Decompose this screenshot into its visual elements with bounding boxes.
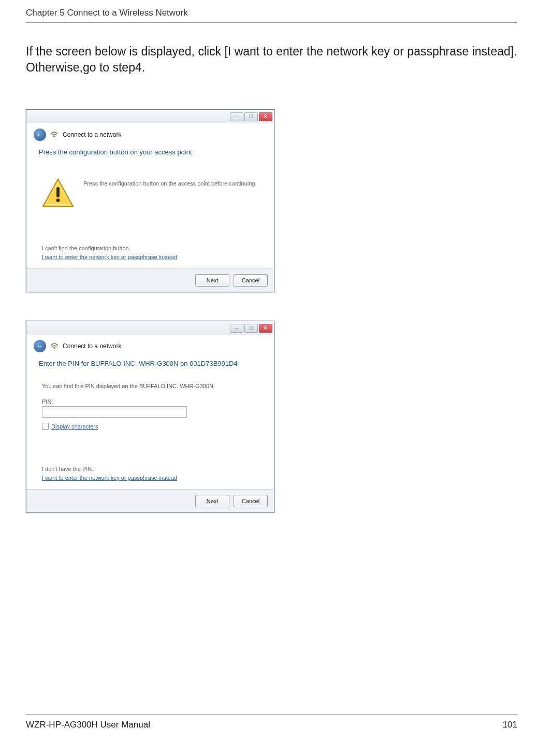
header-divider: Chapter 5 Connect to a Wireless Network [26, 8, 517, 23]
help-block: I don't have the PIN. I want to enter th… [26, 466, 274, 489]
display-characters-row: Display characters [42, 423, 258, 430]
back-button[interactable]: ← [34, 129, 46, 141]
warning-text: Press the configuration button on the ac… [83, 178, 257, 188]
dialog-enter-pin: ─ ☐ ✕ ← Connect to a network Enter the P… [26, 321, 274, 513]
enter-key-link[interactable]: I want to enter the network key or passp… [42, 475, 177, 481]
help-block: I can't find the configuration button. I… [26, 245, 274, 268]
pin-instruction: You can find this PIN displayed on the B… [42, 383, 258, 389]
page-number: 101 [503, 720, 517, 730]
dialog-wps-button: ─ ☐ ✕ ← Connect to a network Press the c… [26, 109, 274, 292]
arrow-left-icon: ← [36, 131, 43, 139]
dialog-nav: ← Connect to a network [26, 123, 274, 144]
network-icon [50, 131, 59, 139]
dialog-heading: Enter the PIN for BUFFALO INC. WHR-G300N… [26, 355, 274, 374]
dialog-footer: Next Cancel [26, 489, 274, 512]
dialog-nav: ← Connect to a network [26, 335, 274, 355]
next-button[interactable]: Next [195, 274, 229, 287]
titlebar: ─ ☐ ✕ [26, 110, 274, 123]
help-text: I can't find the configuration button. [42, 245, 258, 251]
arrow-left-icon: ← [36, 342, 43, 350]
pin-input[interactable] [42, 406, 187, 418]
warning-icon [42, 178, 74, 208]
back-button[interactable]: ← [34, 340, 46, 352]
minimize-button[interactable]: ─ [230, 112, 243, 121]
maximize-button[interactable]: ☐ [244, 324, 258, 333]
close-button[interactable]: ✕ [259, 112, 272, 121]
svg-rect-2 [56, 187, 60, 197]
dialog-footer: Next Cancel [26, 268, 274, 292]
display-characters-label: Display characters [51, 423, 98, 430]
pin-label: PIN: [42, 398, 258, 405]
dialog-title: Connect to a network [63, 131, 121, 138]
help-text: I don't have the PIN. [42, 466, 258, 472]
minimize-button[interactable]: ─ [230, 324, 243, 333]
maximize-button[interactable]: ☐ [244, 112, 258, 121]
dialog-heading: Press the configuration button on your a… [26, 144, 274, 162]
warning-row: Press the configuration button on the ac… [42, 172, 258, 223]
cancel-button[interactable]: Cancel [234, 495, 268, 507]
cancel-button[interactable]: Cancel [234, 274, 268, 287]
dialog-content: You can find this PIN displayed on the B… [26, 374, 274, 466]
manual-title: WZR-HP-AG300H User Manual [26, 720, 150, 730]
network-icon [50, 342, 59, 350]
next-button[interactable]: Next [195, 495, 229, 507]
display-characters-checkbox[interactable] [42, 423, 49, 430]
page-footer: WZR-HP-AG300H User Manual 101 [26, 714, 517, 730]
dialog-title: Connect to a network [63, 343, 121, 350]
svg-point-3 [56, 198, 60, 202]
chapter-title: Chapter 5 Connect to a Wireless Network [26, 8, 517, 18]
dialog-content: Press the configuration button on the ac… [26, 162, 274, 245]
instruction-text: If the screen below is displayed, click … [26, 44, 517, 76]
close-button[interactable]: ✕ [259, 324, 272, 333]
titlebar: ─ ☐ ✕ [26, 321, 274, 335]
enter-key-link[interactable]: I want to enter the network key or passp… [42, 254, 177, 260]
